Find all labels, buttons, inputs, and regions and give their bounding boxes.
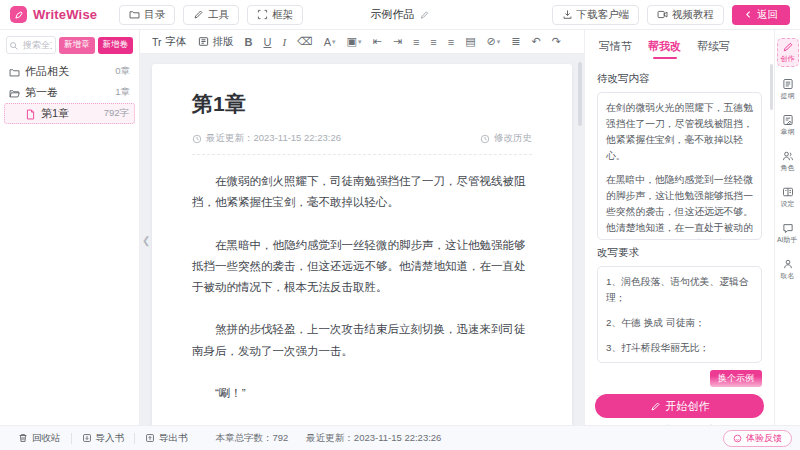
strip-item-outline[interactable]: 提纲 xyxy=(777,76,799,103)
tree-item-volume-1[interactable]: 第一卷 1章 xyxy=(4,82,135,103)
source-paragraph: 在剑的微弱火光的照耀下，五德勉强挡住了一刀，尽管视线被阻挡，他紧紧握住宝剑，毫不… xyxy=(606,100,753,163)
recycle-bin-button[interactable]: 回收站 xyxy=(8,432,71,445)
people-icon xyxy=(782,150,794,162)
tab-help-rewrite[interactable]: 帮我改 xyxy=(648,39,681,58)
top-bar: WriteWise 目录 工具 框架 示例作品 下载客户端 视频教程 xyxy=(0,0,800,30)
add-chapter-button[interactable]: 新增章 xyxy=(59,37,95,54)
download-client-button[interactable]: 下载客户端 xyxy=(552,5,640,25)
right-tool-strip: 创作 提纲 章纲 角色 设定 AI助手 xyxy=(775,30,800,425)
align-right-icon[interactable]: ≡ xyxy=(448,36,454,48)
requirement-item: 1、润色段落、语句优美、逻辑合理； xyxy=(606,274,753,306)
align-center-icon[interactable]: ≡ xyxy=(430,36,436,48)
clear-format-icon[interactable]: ⌫ xyxy=(297,35,313,48)
underline-icon[interactable]: U xyxy=(263,36,271,48)
strip-item-settings[interactable]: 设定 xyxy=(777,184,799,211)
chapter-sidebar: 新增章 新增卷 作品相关 0章 第一卷 1章 xyxy=(0,30,140,425)
panel-tabs: 写情节 帮我改 帮续写 xyxy=(585,30,774,64)
tree-item-count: 0章 xyxy=(115,65,130,78)
editor-scrollbar[interactable] xyxy=(578,62,582,126)
bold-icon[interactable]: B xyxy=(245,36,253,48)
editor-paper[interactable]: 第1章 最近更新：2023-11-15 22:23:26 修改历史 在微弱的剑火… xyxy=(152,64,572,425)
line-spacing-icon[interactable]: ≣ xyxy=(511,35,520,48)
download-icon xyxy=(562,9,573,20)
app-logo: WriteWise xyxy=(10,6,97,23)
import-icon xyxy=(82,433,92,443)
tree-item-chapter-1[interactable]: 第1章 792字 xyxy=(4,103,135,124)
sidebar-toolbar: 新增章 新增卷 xyxy=(4,36,135,61)
typeset-icon xyxy=(198,36,209,47)
strip-item-naming[interactable]: 取名 xyxy=(777,256,799,283)
word-count: 本章总字数：792 xyxy=(216,432,289,445)
trash-icon xyxy=(18,433,28,443)
last-updated: 最近更新：2023-11-15 22:23:26 xyxy=(192,132,341,145)
insert-image-icon[interactable]: ▤ xyxy=(465,35,475,48)
collapse-sidebar-icon[interactable]: ❮ xyxy=(142,234,150,245)
italic-icon[interactable]: I xyxy=(282,36,286,48)
caret-down-icon: ▾ xyxy=(497,38,501,46)
tools-button[interactable]: 工具 xyxy=(183,5,239,25)
strip-item-create[interactable]: 创作 xyxy=(777,38,799,67)
font-color-icon[interactable]: A▾ xyxy=(324,36,336,48)
strip-item-ai-assistant[interactable]: AI助手 xyxy=(777,220,799,247)
indent-decrease-icon[interactable]: ⇤ xyxy=(372,35,381,48)
clock-icon xyxy=(192,134,202,144)
typeset-menu[interactable]: 排版 xyxy=(198,35,234,49)
tab-help-continue[interactable]: 帮续写 xyxy=(697,39,730,58)
folder-open-icon xyxy=(9,87,20,99)
requirement-item: 2、午德 换成 司徒南； xyxy=(606,315,753,331)
outline-icon xyxy=(782,78,794,90)
strip-item-characters[interactable]: 角色 xyxy=(777,148,799,175)
back-button[interactable]: 返回 xyxy=(732,5,790,25)
tree-item-count: 792字 xyxy=(104,107,129,120)
strip-item-chapter-outline[interactable]: 章纲 xyxy=(777,112,799,139)
catalog-button[interactable]: 目录 xyxy=(119,5,175,25)
export-book-button[interactable]: 导出书 xyxy=(135,432,198,445)
highlight-color-icon[interactable]: ▣▾ xyxy=(347,35,362,48)
top-bar-right: 下载客户端 视频教程 返回 xyxy=(552,5,791,25)
edit-title-icon[interactable] xyxy=(420,10,430,20)
feedback-button[interactable]: 体验反馈 xyxy=(723,430,792,447)
setting-book-icon xyxy=(782,186,794,198)
redo-icon[interactable]: ↷ xyxy=(552,35,561,48)
align-left-icon[interactable]: ≡ xyxy=(413,36,419,48)
indent-increase-icon[interactable]: ⇥ xyxy=(393,35,402,48)
no-format-icon[interactable]: ⊘▾ xyxy=(487,35,501,48)
video-tutorial-button[interactable]: 视频教程 xyxy=(647,5,724,25)
start-create-button[interactable]: 开始创作 xyxy=(595,394,764,418)
add-volume-button[interactable]: 新增卷 xyxy=(98,37,134,54)
status-bar: 回收站 导入书 导出书 本章总字数：792 最近更新：2023-11-15 22… xyxy=(0,425,800,450)
requirements-box[interactable]: 1、润色段落、语句优美、逻辑合理； 2、午德 换成 司徒南； 3、打斗桥段华丽无… xyxy=(597,266,762,363)
export-icon xyxy=(145,433,155,443)
result-paragraph: 在微弱的剑火照耀下，司徒南勉强挡住了一刀，尽管视线被阻挡，他紧紧握住宝剑，毫不敢… xyxy=(597,422,762,425)
result-reference: 在微弱的剑火照耀下，司徒南勉强挡住了一刀，尽管视线被阻挡，他紧紧握住宝剑，毫不敢… xyxy=(597,422,762,425)
chapter-meta: 最近更新：2023-11-15 22:23:26 修改历史 xyxy=(192,132,532,155)
rewrite-source-box[interactable]: 在剑的微弱火光的照耀下，五德勉强挡住了一刀，尽管视线被阻挡，他紧紧握住宝剑，毫不… xyxy=(597,92,762,240)
editor-column: Tr 字体 排版 B U I ⌫ A▾ ▣▾ ⇤ ⇥ ≡ ≡ ≡ ▤ ⊘▾ xyxy=(140,30,585,425)
caret-down-icon: ▾ xyxy=(358,38,362,46)
source-paragraph: 在黑暗中，他隐约感觉到一丝轻微的脚步声，这让他勉强能够抵挡一些突然的袭击，但这还… xyxy=(606,172,753,240)
undo-icon[interactable]: ↶ xyxy=(532,35,541,48)
document-title-area: 示例作品 xyxy=(371,7,430,22)
paragraph: 在微弱的剑火照耀下，司徒南勉强挡住了一刀，尽管视线被阻挡，他紧紧握住宝剑，毫不敢… xyxy=(192,171,532,214)
tree-item-label: 作品相关 xyxy=(25,64,69,79)
writewise-app: WriteWise 目录 工具 框架 示例作品 下载客户端 视频教程 xyxy=(0,0,800,450)
tree-item-count: 1章 xyxy=(115,86,130,99)
requirements-label: 改写要求 xyxy=(597,246,762,260)
chapter-title: 第1章 xyxy=(192,90,532,118)
revision-history-link[interactable]: 修改历史 xyxy=(480,132,532,145)
frame-button[interactable]: 框架 xyxy=(247,5,303,25)
pen-icon xyxy=(782,41,794,53)
main-row: 新增章 新增卷 作品相关 0章 第一卷 1章 xyxy=(0,30,800,425)
chat-bubble-icon xyxy=(782,222,794,234)
tree-item-work-related[interactable]: 作品相关 0章 xyxy=(4,61,135,82)
tree-item-label: 第1章 xyxy=(41,106,69,121)
file-icon xyxy=(25,108,36,120)
folder-icon xyxy=(9,66,20,78)
import-book-button[interactable]: 导入书 xyxy=(72,432,135,445)
font-menu[interactable]: Tr 字体 xyxy=(152,35,187,49)
document-title: 示例作品 xyxy=(371,7,415,22)
smiley-icon xyxy=(733,434,742,443)
search-box xyxy=(6,36,56,54)
tab-write-plot[interactable]: 写情节 xyxy=(599,39,632,58)
chapter-body[interactable]: 在微弱的剑火照耀下，司徒南勉强挡住了一刀，尽管视线被阻挡，他紧紧握住宝剑，毫不敢… xyxy=(192,155,532,425)
